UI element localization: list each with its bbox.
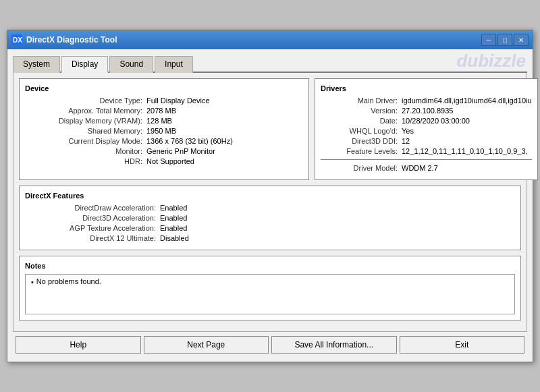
notes-bullet: • <box>31 278 34 286</box>
tab-input[interactable]: Input <box>155 56 193 73</box>
title-bar: DX DirectX Diagnostic Tool ─ □ ✕ <box>7 30 533 49</box>
window-body: dubizzle System Display Sound Input Devi… <box>7 49 533 362</box>
device-label-6: HDR: <box>25 157 146 165</box>
device-value-5: Generic PnP Monitor <box>146 147 215 155</box>
drivers-divider <box>321 159 532 160</box>
next-page-button[interactable]: Next Page <box>144 336 269 354</box>
device-panel-title: Device <box>25 84 303 92</box>
feature-label-0: DirectDraw Acceleration: <box>25 204 160 212</box>
notes-panel-title: Notes <box>25 262 515 270</box>
drivers-row-5: Feature Levels: 12_1,12_0,11_1,11_0,10_1… <box>321 147 532 155</box>
directx-features-panel: DirectX Features DirectDraw Acceleration… <box>19 186 521 250</box>
feature-row-3: DirectX 12 Ultimate: Disabled <box>25 234 515 242</box>
features-panel-title: DirectX Features <box>25 192 515 200</box>
feature-value-1: Enabled <box>160 214 187 222</box>
feature-label-2: AGP Texture Acceleration: <box>25 224 160 232</box>
drivers-value-4: 12 <box>402 137 410 145</box>
drivers-value-3: Yes <box>402 127 414 135</box>
drivers-panel-title: Drivers <box>321 84 532 92</box>
feature-row-2: AGP Texture Acceleration: Enabled <box>25 224 515 232</box>
device-label-5: Monitor: <box>25 147 146 155</box>
feature-label-3: DirectX 12 Ultimate: <box>25 234 160 242</box>
device-label-0: Device Type: <box>25 96 146 105</box>
feature-value-0: Enabled <box>160 204 187 212</box>
device-row-3: Shared Memory: 1950 MB <box>25 127 303 135</box>
tab-display[interactable]: Display <box>61 56 108 73</box>
close-button[interactable]: ✕ <box>514 34 529 46</box>
device-value-1: 2078 MB <box>146 107 176 115</box>
help-button[interactable]: Help <box>16 336 141 354</box>
feature-row-0: DirectDraw Acceleration: Enabled <box>25 204 515 212</box>
device-row-0: Device Type: Full Display Device <box>25 96 303 105</box>
footer: Help Next Page Save All Information... E… <box>13 332 527 356</box>
device-value-3: 1950 MB <box>146 127 176 135</box>
tabs-bar: System Display Sound Input <box>13 55 527 73</box>
window-title: DirectX Diagnostic Tool <box>26 35 117 45</box>
notes-panel: Notes • No problems found. <box>19 256 521 320</box>
drivers-label-5: Feature Levels: <box>321 147 402 155</box>
device-label-3: Shared Memory: <box>25 127 146 135</box>
drivers-value-0: igdumdim64.dll,igd10iumd64.dll,igd10iu <box>402 96 532 105</box>
notes-box: • No problems found. <box>25 274 515 314</box>
top-panels: Device Device Type: Full Display Device … <box>19 78 521 180</box>
drivers-row-4: Direct3D DDI: 12 <box>321 137 532 145</box>
device-label-2: Display Memory (VRAM): <box>25 117 146 125</box>
drivers-label-1: Version: <box>321 107 402 115</box>
title-bar-left: DX DirectX Diagnostic Tool <box>11 34 117 45</box>
drivers-row-3: WHQL Logo'd: Yes <box>321 127 532 135</box>
device-value-4: 1366 x 768 (32 bit) (60Hz) <box>146 137 233 145</box>
device-row-1: Approx. Total Memory: 2078 MB <box>25 107 303 115</box>
feature-value-2: Enabled <box>160 224 187 232</box>
notes-text-0: No problems found. <box>36 277 101 285</box>
drivers-row-0: Main Driver: igdumdim64.dll,igd10iumd64.… <box>321 96 532 105</box>
feature-label-1: Direct3D Acceleration: <box>25 214 160 222</box>
feature-value-3: Disabled <box>160 234 189 242</box>
save-all-button[interactable]: Save All Information... <box>271 336 397 354</box>
drivers-panel: Drivers Main Driver: igdumdim64.dll,igd1… <box>315 78 538 180</box>
maximize-button[interactable]: □ <box>497 34 512 46</box>
drivers-label-0: Main Driver: <box>321 96 402 105</box>
device-label-4: Current Display Mode: <box>25 137 146 145</box>
tab-sound[interactable]: Sound <box>109 56 153 73</box>
exit-button[interactable]: Exit <box>400 336 525 354</box>
svg-text:DX: DX <box>13 36 22 44</box>
title-controls: ─ □ ✕ <box>481 34 529 46</box>
device-row-6: HDR: Not Supported <box>25 157 303 165</box>
drivers-row-1: Version: 27.20.100.8935 <box>321 107 532 115</box>
feature-row-1: Direct3D Acceleration: Enabled <box>25 214 515 222</box>
drivers-row-6: Driver Model: WDDM 2.7 <box>321 164 532 172</box>
tab-system[interactable]: System <box>13 56 60 73</box>
drivers-value-5: 12_1,12_0,11_1,11_0,10_1,10_0,9_3, <box>402 147 528 155</box>
content-area: Device Device Type: Full Display Device … <box>13 73 527 332</box>
minimize-button[interactable]: ─ <box>481 34 496 46</box>
drivers-label-6: Driver Model: <box>321 164 402 172</box>
device-label-1: Approx. Total Memory: <box>25 107 146 115</box>
main-window: DX DirectX Diagnostic Tool ─ □ ✕ dubizzl… <box>7 30 533 362</box>
drivers-value-6: WDDM 2.7 <box>402 164 438 172</box>
device-value-0: Full Display Device <box>146 96 210 105</box>
device-panel: Device Device Type: Full Display Device … <box>19 78 309 180</box>
drivers-value-1: 27.20.100.8935 <box>402 107 453 115</box>
drivers-value-2: 10/28/2020 03:00:00 <box>402 117 470 125</box>
drivers-label-4: Direct3D DDI: <box>321 137 402 145</box>
drivers-label-3: WHQL Logo'd: <box>321 127 402 135</box>
device-value-2: 128 MB <box>146 117 172 125</box>
drivers-label-2: Date: <box>321 117 402 125</box>
device-row-2: Display Memory (VRAM): 128 MB <box>25 117 303 125</box>
device-row-4: Current Display Mode: 1366 x 768 (32 bit… <box>25 137 303 145</box>
drivers-row-2: Date: 10/28/2020 03:00:00 <box>321 117 532 125</box>
notes-item-0: • No problems found. <box>31 277 509 286</box>
app-icon: DX <box>11 34 22 45</box>
device-value-6: Not Supported <box>146 157 194 165</box>
device-row-5: Monitor: Generic PnP Monitor <box>25 147 303 155</box>
